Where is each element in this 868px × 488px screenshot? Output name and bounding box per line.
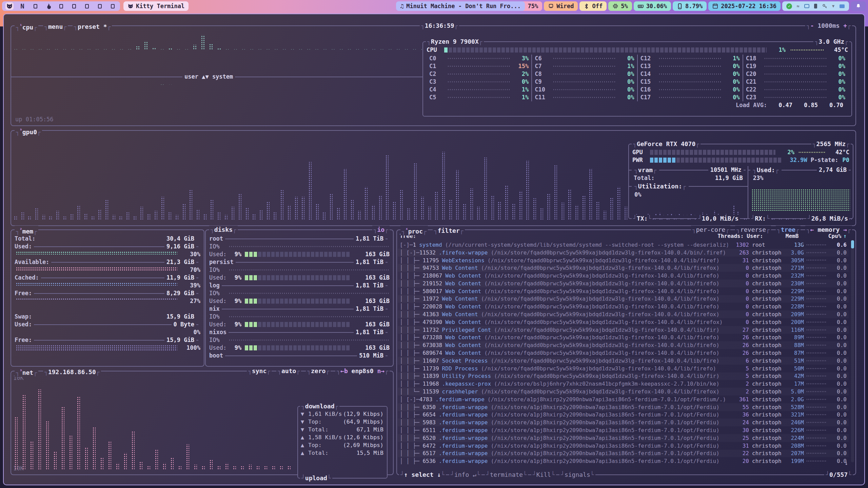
display-icon[interactable] bbox=[804, 3, 810, 9]
check-circle-icon[interactable]: ✓ bbox=[786, 3, 792, 9]
download-title: download bbox=[300, 402, 339, 410]
process-row[interactable]: │ │ ├─ 11607Socket Process(/nix/store/fq… bbox=[398, 357, 849, 365]
workspace-square-icon[interactable] bbox=[57, 2, 65, 10]
core-row: C90% bbox=[535, 78, 634, 86]
sort-column-switcher[interactable]: ← memory → bbox=[805, 226, 852, 234]
disks-panel-title[interactable]: disks bbox=[209, 226, 238, 234]
gpu-panel-title[interactable]: ⁵gpu0 bbox=[15, 126, 42, 136]
memory-panel-title[interactable]: ²mem bbox=[15, 226, 38, 236]
update-interval-control[interactable]: - 1000ms + bbox=[805, 22, 852, 30]
process-row[interactable]: │ │ ├─ 673288Web Content(/nix/store/fqad… bbox=[398, 334, 849, 342]
cpu-panel-title[interactable]: ¹cpu bbox=[15, 22, 38, 32]
memory-row: Used: 0 Byte 0% bbox=[15, 321, 200, 336]
memory-module[interactable]: 30.06% bbox=[634, 1, 671, 11]
tree-button[interactable]: tree bbox=[776, 226, 801, 234]
window-title-tab[interactable]: Kitty Terminal bbox=[123, 1, 189, 11]
workspace-square-icon[interactable] bbox=[83, 2, 91, 10]
disk-module[interactable]: 8.79% bbox=[673, 1, 707, 11]
process-scrollbar[interactable] bbox=[851, 240, 854, 462]
vram-used-percent: 23% bbox=[753, 175, 764, 181]
process-row[interactable]: │ │ ├─ 6517.ferdium-wrappe(/nix/store/a1… bbox=[398, 450, 849, 458]
preset-button[interactable]: preset * bbox=[73, 23, 112, 31]
sync-button[interactable]: sync bbox=[247, 367, 272, 375]
reverse-button[interactable]: reverse bbox=[735, 226, 771, 234]
cpu-temp-value: 45°C bbox=[824, 46, 848, 54]
info-button[interactable]: info ↵ bbox=[449, 471, 481, 479]
core-row: C80% bbox=[535, 70, 634, 78]
process-row[interactable]: │ [-]─4783.ferdium-wrappe(/nix/store/a1p… bbox=[398, 395, 849, 403]
scroll-down-indicator[interactable]: ↓ bbox=[845, 459, 848, 467]
io-mode-button[interactable]: io bbox=[372, 226, 390, 234]
core-row: C170% bbox=[640, 94, 740, 101]
select-control[interactable]: ↑ select ↓ bbox=[399, 471, 446, 479]
process-row[interactable]: │ │ └─ 11539crashhelper(/nix/store/fqadd… bbox=[398, 388, 849, 395]
disk-entry: boot 510 MiB bbox=[209, 352, 390, 360]
process-row[interactable]: │ │ ├─ 11732Privileged Cont(/nix/store/f… bbox=[398, 326, 849, 334]
process-row[interactable]: │ │ ├─ 94753Web Content(/nix/store/fqadd… bbox=[398, 264, 849, 272]
terminate-button[interactable]: terminate bbox=[485, 471, 528, 479]
music-widget[interactable]: ♫ Minuit Machine - Don't Run Fro... bbox=[396, 1, 525, 11]
process-row[interactable]: │ │ ├─ 5983.ferdium-wrappe(/nix/store/a1… bbox=[398, 419, 849, 426]
gpu-panel: ⁵gpu0 GeForce RTX 4070 2565 MHz GPU 2% 4… bbox=[11, 130, 856, 226]
disk-entry: root 1,81 TiB IO% Used: 9% 163 GiB bbox=[209, 235, 390, 258]
workspace-square-icon[interactable] bbox=[31, 2, 39, 10]
process-row[interactable]: │ │ ├─ 218067Web Content(/nix/store/fqad… bbox=[398, 272, 849, 280]
keyboard-icon[interactable] bbox=[839, 3, 845, 9]
status-bar: N Kitty Terminal ♫ Minuit Machine - Don'… bbox=[0, 0, 868, 12]
music-note-icon: ♫ bbox=[400, 3, 403, 9]
process-cpu-graph bbox=[806, 337, 827, 338]
process-row[interactable]: │ │ ├─ 11739RDD Process(/nix/store/fqadd… bbox=[398, 365, 849, 372]
process-row[interactable]: │ │ ├─ 6350.ferdium-wrappe(/nix/store/a1… bbox=[398, 403, 849, 411]
process-cpu-graph bbox=[806, 437, 827, 439]
process-row[interactable]: │ │ ├─ 6511.ferdium-wrappe(/nix/store/a1… bbox=[398, 426, 849, 434]
wave-icon[interactable]: ≈ bbox=[795, 3, 801, 9]
process-row[interactable]: [-]─1systemd(/run/current-system/systemd… bbox=[398, 241, 849, 249]
process-row[interactable]: │ │ ├─ 220028Web Content(/nix/store/fqad… bbox=[398, 303, 849, 310]
workspace-cat-icon[interactable] bbox=[5, 2, 14, 10]
kill-button[interactable]: Kill bbox=[531, 471, 556, 479]
auto-button[interactable]: auto bbox=[276, 367, 301, 375]
core-row: C200% bbox=[746, 70, 845, 78]
net-stats-box: download ▼ 1,61 KiB/s (12,9 Kibps) ▼ Top… bbox=[297, 406, 388, 479]
process-row[interactable]: │ │ ├─ 11839Utility Process(/nix/store/f… bbox=[398, 372, 849, 380]
process-row[interactable]: │ │ ├─ 580017Web Content(/nix/store/fqad… bbox=[398, 287, 849, 295]
per-core-button[interactable]: per-core bbox=[691, 226, 730, 234]
zero-button[interactable]: zero bbox=[306, 367, 331, 375]
workspace-square-icon[interactable] bbox=[70, 2, 78, 10]
notification-module[interactable] bbox=[851, 1, 866, 11]
process-panel-title[interactable]: ⁴proc bbox=[400, 226, 428, 236]
process-row[interactable]: │ [-]─11532.firefox-wrappe(/nix/store/fq… bbox=[398, 249, 849, 257]
process-row[interactable]: │ │ ├─ 6536.ferdium-wrappe(/nix/store/a1… bbox=[398, 457, 849, 465]
process-row[interactable]: │ │ ├─ 11972Web Content(/nix/store/fqadd… bbox=[398, 295, 849, 303]
network-module[interactable]: Wired bbox=[544, 1, 578, 11]
signals-button[interactable]: signals bbox=[559, 471, 595, 479]
process-row[interactable]: │ │ ├─ 673038Web Content(/nix/store/fqad… bbox=[398, 341, 849, 349]
phone-tray-icon[interactable] bbox=[813, 3, 818, 9]
process-row[interactable]: │ │ ├─ 479390Web Content(/nix/store/fqad… bbox=[398, 318, 849, 326]
workspace-square-icon[interactable] bbox=[108, 2, 117, 10]
gpu-utilization-title: Utilization: bbox=[634, 182, 687, 190]
disk-entry: log 1,81 TiB IO% Used: 9% 163 GiB bbox=[209, 282, 390, 305]
network-panel-title[interactable]: ³net bbox=[15, 367, 38, 377]
process-row[interactable]: │ │ ├─ 11795WebExtensions(/nix/store/fqa… bbox=[398, 257, 849, 264]
process-row[interactable]: │ │ ├─ 6520.ferdium-wrappe(/nix/store/a1… bbox=[398, 434, 849, 442]
process-row[interactable]: │ │ ├─ 11968.keepassxc-prox(/nix/store/b… bbox=[398, 380, 849, 388]
core-column: C60%C71%C80%C90%C100%C110% bbox=[531, 55, 637, 101]
process-row[interactable]: │ │ ├─ 6654.ferdium-wrappe(/nix/store/a1… bbox=[398, 411, 849, 419]
process-row[interactable]: │ │ ├─ 6472.ferdium-wrappe(/nix/store/a1… bbox=[398, 442, 849, 450]
clock-module[interactable]: 2025-07-22 16:36 bbox=[708, 1, 781, 11]
process-row[interactable]: │ │ ├─ 219152Web Content(/nix/store/fqad… bbox=[398, 280, 849, 287]
cpu-module[interactable]: 5% bbox=[608, 1, 632, 11]
workspace-square-icon[interactable] bbox=[96, 2, 104, 10]
bluetooth-module[interactable]: Off bbox=[579, 1, 607, 11]
interface-switcher[interactable]: ←b enp8s0 n→ bbox=[335, 367, 390, 375]
key-icon[interactable] bbox=[822, 3, 827, 9]
menu-button[interactable]: menu bbox=[43, 23, 68, 31]
filter-button[interactable]: filter bbox=[433, 227, 465, 235]
vpn-triangle-icon[interactable]: ▼ bbox=[830, 3, 836, 9]
memory-row: Free: 8,29 GiB 27% bbox=[15, 289, 200, 305]
process-row[interactable]: │ │ ├─ 41363Web Content(/nix/store/fqadd… bbox=[398, 310, 849, 318]
process-row[interactable]: │ │ ├─ 689674Web Content(/nix/store/fqad… bbox=[398, 349, 849, 357]
workspace-flame-icon[interactable] bbox=[44, 2, 52, 10]
workspace-neovim-icon[interactable]: N bbox=[18, 2, 26, 10]
